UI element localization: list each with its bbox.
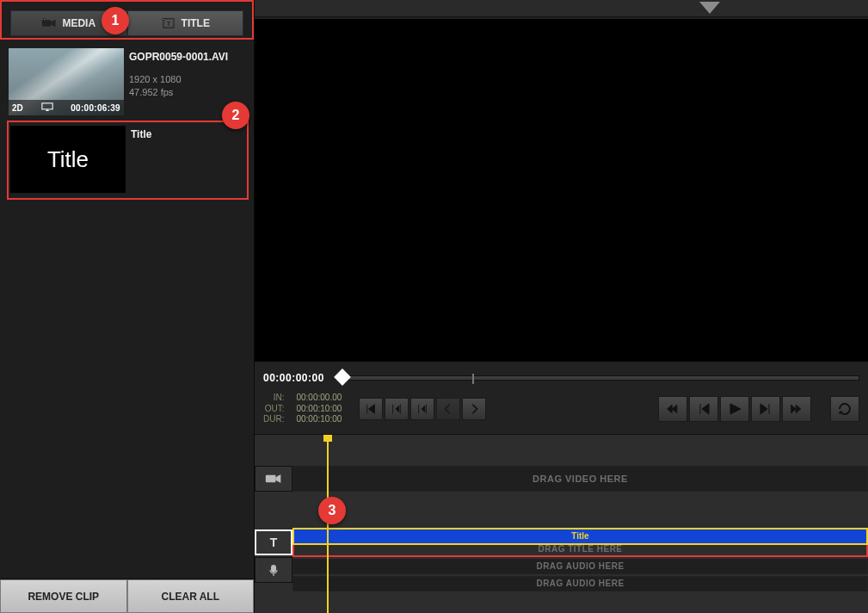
svg-rect-0	[42, 20, 52, 27]
callout-badge-2: 2	[222, 102, 249, 129]
mark-controls	[359, 398, 486, 420]
play-button[interactable]	[720, 396, 749, 422]
title-track-row: Title DRAG TITLE HERE	[292, 528, 868, 557]
out-label: OUT:	[263, 404, 284, 415]
clip-item-video[interactable]: 2D 00:00:06:39 GOPR0059-0001.AVI 1920 x …	[7, 45, 249, 121]
preview-panel: 00:00:00:00 IN: OUT: DUR: 00:00:00.00 00…	[255, 0, 868, 613]
audio-track-1[interactable]: DRAG AUDIO HERE	[292, 559, 868, 574]
panel-bottom-buttons: REMOVE CLIP CLEAR ALL	[0, 579, 254, 613]
timecode-display: 00:00:00:00	[263, 372, 329, 384]
app-root: MEDIA T TITLE 2D 00:00:06:39	[0, 0, 868, 613]
mark-in-button[interactable]	[385, 398, 409, 420]
out-value: 00:00:10:00	[296, 404, 342, 415]
tab-title[interactable]: T TITLE	[127, 10, 244, 36]
audio-track-icon[interactable]	[255, 557, 292, 583]
step-forward-button[interactable]	[751, 396, 780, 422]
scrub-playhead[interactable]	[334, 368, 351, 386]
clip-thumbnail: Title	[10, 126, 126, 193]
monitor-icon	[41, 102, 53, 114]
title-track-icon[interactable]: T	[255, 529, 292, 555]
goto-start-button[interactable]	[359, 398, 383, 420]
dropdown-arrow-icon[interactable]	[699, 2, 720, 14]
video-track[interactable]: DRAG VIDEO HERE	[292, 466, 868, 492]
thumbnail-mode-badge: 2D	[12, 103, 23, 113]
video-preview[interactable]	[255, 19, 868, 362]
scrub-split-marker	[472, 374, 474, 384]
tab-title-label: TITLE	[182, 17, 210, 29]
video-track-icon[interactable]	[255, 466, 292, 492]
tracks-area[interactable]: DRAG VIDEO HERE 3 Title DRAG TITLE HERE …	[292, 435, 868, 614]
in-value: 00:00:00.00	[296, 393, 342, 404]
top-strip	[255, 0, 868, 17]
step-back-button[interactable]	[689, 396, 718, 422]
clip-thumbnail: 2D 00:00:06:39	[9, 48, 124, 115]
callout-badge-1: 1	[102, 7, 129, 34]
mark-out-button[interactable]	[410, 398, 434, 420]
info-times: IN: OUT: DUR: 00:00:00.00 00:00:10:00 00…	[263, 393, 859, 425]
thumbnail-footer: 2D 00:00:06:39	[9, 100, 124, 115]
scrub-track[interactable]	[336, 375, 859, 381]
clip-resolution: 1920 x 1080	[129, 73, 247, 86]
audio-track-2[interactable]: DRAG AUDIO HERE	[292, 576, 868, 591]
clip-filename: GOPR0059-0001.AVI	[129, 50, 247, 65]
loop-button[interactable]	[830, 396, 859, 422]
remove-clip-button[interactable]: REMOVE CLIP	[0, 579, 127, 613]
in-label: IN:	[263, 393, 284, 404]
video-track-placeholder: DRAG VIDEO HERE	[532, 474, 628, 484]
clip-meta: Title	[131, 126, 245, 193]
fast-forward-button[interactable]	[782, 396, 811, 422]
svg-rect-6	[266, 474, 276, 481]
track-icon-column: T	[255, 435, 292, 614]
prev-mark-button[interactable]	[436, 398, 460, 420]
title-plus-icon: T	[161, 17, 176, 29]
clear-all-button[interactable]: CLEAR ALL	[127, 579, 255, 613]
clip-fps: 47.952 fps	[129, 86, 247, 99]
svg-text:T: T	[166, 20, 170, 28]
title-clip[interactable]: Title	[294, 529, 866, 543]
transport-bar: 00:00:00:00 IN: OUT: DUR: 00:00:00.00 00…	[255, 362, 868, 434]
audio-track-placeholder: DRAG AUDIO HERE	[536, 561, 624, 571]
timeline: T DRAG VIDEO HERE 3 Title	[255, 434, 868, 614]
media-panel: MEDIA T TITLE 2D 00:00:06:39	[0, 0, 255, 613]
callout-badge-3: 3	[318, 497, 346, 524]
rewind-button[interactable]	[658, 396, 687, 422]
tab-media-label: MEDIA	[62, 17, 95, 29]
clip-filename: Title	[131, 127, 245, 142]
clip-item-title[interactable]: Title Title	[7, 121, 249, 200]
dur-label: DUR:	[263, 414, 284, 425]
time-values: 00:00:00.00 00:00:10:00 00:00:10:00	[296, 393, 342, 425]
dur-value: 00:00:10:00	[296, 414, 342, 425]
next-mark-button[interactable]	[462, 398, 486, 420]
svg-text:T: T	[270, 536, 278, 549]
camera-plus-icon	[41, 17, 57, 29]
svg-rect-5	[41, 103, 52, 109]
title-track-placeholder: DRAG TITLE HERE	[538, 544, 622, 554]
loop-controls	[830, 396, 859, 422]
clip-list: 2D 00:00:06:39 GOPR0059-0001.AVI 1920 x …	[0, 40, 254, 579]
title-clip-label: Title	[571, 531, 588, 541]
playback-controls	[658, 396, 811, 422]
title-track-placeholder-row[interactable]: DRAG TITLE HERE	[294, 543, 866, 555]
thumbnail-duration: 00:00:06:39	[71, 103, 120, 113]
audio-track-placeholder-2: DRAG AUDIO HERE	[536, 579, 624, 588]
time-row: 00:00:00:00	[263, 368, 859, 387]
title-thumb-text: Title	[47, 146, 89, 173]
time-labels: IN: OUT: DUR:	[263, 393, 284, 425]
